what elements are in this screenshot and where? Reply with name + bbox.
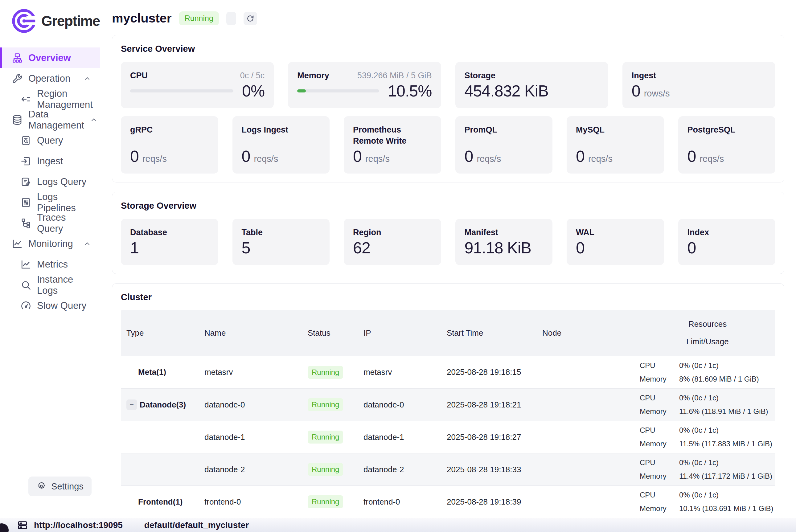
merge-left-icon <box>20 94 32 105</box>
tree-icon <box>20 217 32 229</box>
memory-resource-value: 11.4% (117.172 MiB / 1 GiB) <box>679 472 775 480</box>
memory-resource-label: Memory <box>640 407 679 416</box>
sidebar-item-label: Region Management <box>37 88 93 110</box>
sidebar-item-metrics[interactable]: Metrics <box>0 254 100 274</box>
table-row-metasrv: Meta(1) metasrv Running metasrv 2025-08-… <box>121 356 775 388</box>
sidebar-section-label: Operation <box>29 73 70 84</box>
settings-button[interactable]: Settings <box>29 476 92 496</box>
sidebar-item-query[interactable]: Query <box>0 130 100 151</box>
sidebar-item-slow-query[interactable]: Slow Query <box>0 295 100 316</box>
status-badge: Running <box>308 366 343 379</box>
cpu-resource-value: 0% (0c / 1c) <box>679 361 775 370</box>
sidebar-item-label: Metrics <box>37 259 68 270</box>
gauge-icon <box>20 300 32 311</box>
cpu-resource-label: CPU <box>640 491 679 499</box>
import-icon <box>20 156 32 167</box>
row-resources: CPU0% (0c / 1c) Memory8% (81.609 MiB / 1… <box>634 361 775 383</box>
cpu-resource-label: CPU <box>640 458 679 467</box>
memory-card: Memory 539.266 MiB / 5 GiB 10.5% <box>288 62 441 108</box>
memory-resource-label: Memory <box>640 375 679 383</box>
cpu-percent: 0% <box>242 82 265 100</box>
manifest-label: Manifest <box>465 227 544 238</box>
mysql-label: MySQL <box>576 124 655 135</box>
sidebar-item-logs-query[interactable]: Logs Query <box>0 171 100 192</box>
memory-percent: 10.5% <box>388 82 432 100</box>
table-row-datanode-0: − Datanode(3) datanode-0 Running datanod… <box>121 388 775 421</box>
col-type: Type <box>121 328 199 338</box>
table-row-frontend-0: Frontend(1) frontend-0 Running frontend-… <box>121 486 775 518</box>
sidebar-section-operation[interactable]: Operation <box>0 68 100 89</box>
row-resources: CPU0% (0c / 1c) Memory11.5% (117.883 MiB… <box>634 426 775 448</box>
memory-resource-value: 10.1% (103.691 MiB / 1 GiB) <box>679 504 775 513</box>
memory-resource-value: 11.5% (117.883 MiB / 1 GiB) <box>679 439 775 448</box>
cpu-label: CPU <box>130 70 148 81</box>
cluster-table: Type Name Status IP Start Time Node Reso… <box>121 310 775 518</box>
cpu-resource-value: 0% (0c / 1c) <box>679 458 775 467</box>
settings-label: Settings <box>51 481 83 492</box>
sidebar-item-label: Instance Logs <box>37 274 91 296</box>
memory-progress-bar <box>297 89 379 93</box>
table-row-datanode-2: datanode-2 Running datanode-2 2025-08-28… <box>121 453 775 486</box>
region-label: Region <box>353 227 432 238</box>
sidebar-item-label: Slow Query <box>37 300 86 311</box>
sidebar-item-region-management[interactable]: Region Management <box>0 89 100 110</box>
sidebar-item-overview[interactable]: Overview <box>0 48 100 68</box>
status-badge: Running <box>308 398 343 411</box>
col-start-time: Start Time <box>441 328 537 338</box>
sidebar: Greptime Overview Operation <box>0 0 100 518</box>
grpc-unit: reqs/s <box>143 154 167 164</box>
col-name: Name <box>199 328 302 338</box>
logs-ingest-value: 0 <box>242 147 250 166</box>
service-overview-section: Service Overview CPU 0c / 5c 0% Memory 5… <box>112 35 784 183</box>
pause-button[interactable] <box>226 12 236 25</box>
table-label: Table <box>242 227 321 238</box>
memory-resource-label: Memory <box>640 472 679 480</box>
storage-value: 454.832 KiB <box>465 82 599 100</box>
row-name: frontend-0 <box>199 497 302 507</box>
row-start-time: 2025-08-28 19:18:21 <box>441 400 537 410</box>
chart-line-icon <box>12 238 23 249</box>
storage-card: Storage 454.832 KiB <box>455 62 608 108</box>
cpu-detail: 0c / 5c <box>240 71 265 80</box>
sidebar-section-data-management[interactable]: Data Management <box>0 110 100 130</box>
sidebar-item-label: Traces Query <box>37 212 91 234</box>
sliders-icon <box>20 197 32 208</box>
memory-resource-value: 8% (81.609 MiB / 1 GiB) <box>679 375 775 383</box>
collapse-toggle-button[interactable]: − <box>127 399 137 410</box>
prometheus-remote-write-card: Prometheus Remote Write 0 reqs/s <box>344 116 441 173</box>
server-url[interactable]: http://localhost:19095 <box>34 520 123 530</box>
index-value: 0 <box>687 239 766 257</box>
sidebar-item-instance-logs[interactable]: Instance Logs <box>0 274 100 295</box>
sidebar-section-monitoring[interactable]: Monitoring <box>0 233 100 254</box>
page-title: mycluster <box>112 11 172 25</box>
mysql-card: MySQL 0 reqs/s <box>567 116 664 173</box>
sidebar-item-traces-query[interactable]: Traces Query <box>0 213 100 233</box>
postgresql-value: 0 <box>687 147 696 166</box>
row-type: Frontend(1) <box>138 497 183 507</box>
ingest-value: 0 <box>632 82 640 100</box>
sidebar-item-ingest[interactable]: Ingest <box>0 151 100 171</box>
col-resources: Resources Limit/Usage <box>634 319 775 346</box>
service-metrics-row1: CPU 0c / 5c 0% Memory 539.266 MiB / 5 Gi… <box>121 62 775 108</box>
col-node: Node <box>537 328 634 338</box>
service-overview-title: Service Overview <box>121 44 775 54</box>
logs-ingest-label: Logs Ingest <box>242 124 321 135</box>
row-resources: CPU0% (0c / 1c) Memory11.4% (117.172 MiB… <box>634 458 775 480</box>
chevron-up-icon <box>83 240 91 248</box>
region-value: 62 <box>353 239 432 257</box>
sidebar-item-label: Ingest <box>37 156 63 167</box>
current-database[interactable]: default/default_mycluster <box>144 520 249 530</box>
status-badge: Running <box>308 463 343 476</box>
col-status: Status <box>302 328 358 338</box>
service-metrics-row2: gRPC 0 reqs/s Logs Ingest 0 reqs/s Prome… <box>121 116 775 173</box>
greptime-logo-icon <box>11 8 37 34</box>
sidebar-section-label: Data Management <box>29 109 84 131</box>
memory-resource-label: Memory <box>640 504 679 513</box>
chevron-up-icon <box>83 75 91 82</box>
sidebar-item-logs-pipelines[interactable]: Logs Pipelines <box>0 192 100 213</box>
refresh-button[interactable] <box>244 12 257 25</box>
memory-resource-value: 11.6% (118.91 MiB / 1 GiB) <box>679 407 775 416</box>
mysql-value: 0 <box>576 147 585 166</box>
table-value: 5 <box>242 239 321 257</box>
storage-overview-section: Storage Overview Database 1 Table 5 Regi… <box>112 192 784 274</box>
